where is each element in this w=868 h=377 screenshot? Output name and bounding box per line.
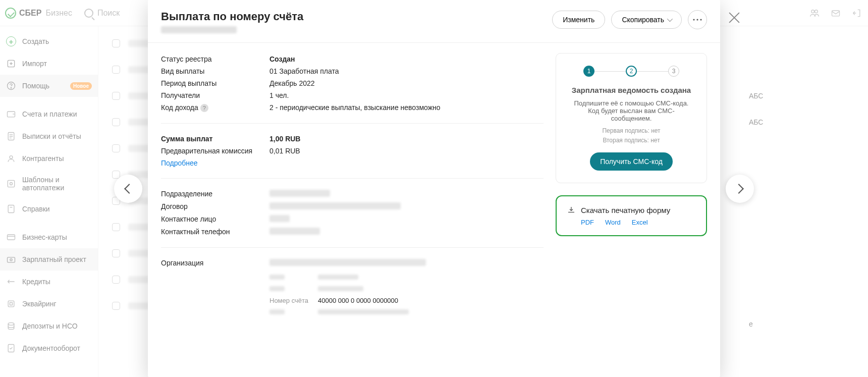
edit-button[interactable]: Изменить (552, 11, 605, 29)
chevron-left-icon (124, 184, 134, 194)
kv-key: Договор (161, 202, 269, 211)
chevron-right-icon (734, 184, 744, 194)
kv-key: Контактное лицо (161, 215, 269, 224)
stepper: 1 2 3 (567, 66, 695, 77)
kv-val-redacted (269, 190, 544, 198)
download-excel[interactable]: Excel (632, 219, 648, 226)
download-word[interactable]: Word (605, 219, 621, 226)
status-card: 1 2 3 Зарплатная ведомость создана Подпи… (556, 53, 707, 183)
kv-key: Код дохода? (161, 103, 269, 112)
status-sign1: Первая подпись: нет (567, 126, 695, 136)
kv-key: Период выплаты (161, 79, 269, 87)
kv-val: 01 Заработная плата (269, 67, 544, 75)
kv-val: 0,01 RUB (269, 147, 544, 155)
get-sms-button[interactable]: Получить СМС-код (590, 152, 673, 171)
download-pdf[interactable]: PDF (581, 219, 594, 226)
kv-key: Получатели (161, 91, 269, 99)
status-sign2: Вторая подпись: нет (567, 136, 695, 145)
kv-key: Организация (161, 259, 269, 267)
copy-label: Скопировать (622, 16, 664, 24)
kv-key: Статус реестра (161, 55, 269, 63)
modal-right: 1 2 3 Зарплатная ведомость создана Подпи… (556, 53, 707, 320)
download-icon (567, 205, 576, 214)
kv-val-redacted (269, 228, 544, 236)
acct-val: 40000 000 0 0000 0000000 (318, 297, 398, 304)
step-3: 3 (668, 66, 679, 77)
svg-point-20 (700, 19, 701, 20)
kv-key: Предварительная комиссия (161, 147, 269, 155)
step-1: 1 (583, 66, 594, 77)
kv-key: Контактный телефон (161, 228, 269, 236)
copy-button[interactable]: Скопировать (611, 11, 682, 29)
svg-point-18 (693, 19, 694, 20)
more-link[interactable]: Подробнее (161, 159, 198, 167)
kv-key: Вид выплаты (161, 67, 269, 75)
close-icon (726, 9, 743, 26)
modal: Выплата по номеру счёта Изменить Скопиро… (148, 0, 720, 377)
kv-val: 1 чел. (269, 91, 544, 99)
status-title: Зарплатная ведомость создана (567, 86, 695, 94)
prev-arrow[interactable] (114, 175, 142, 203)
step-2: 2 (626, 66, 637, 77)
svg-point-19 (696, 19, 698, 20)
kv-val-redacted (269, 215, 544, 224)
modal-header: Выплата по номеру счёта Изменить Скопиро… (148, 0, 720, 43)
status-desc: Подпишите её с помощью СМС-кода. Код буд… (567, 99, 695, 122)
acct-key: Номер счёта (269, 297, 318, 304)
kv-val: 2 - периодические выплаты, взыскание нев… (269, 103, 544, 112)
kv-key: Подразделение (161, 190, 269, 198)
edit-label: Изменить (563, 16, 594, 24)
modal-subtitle-redacted (161, 26, 237, 33)
download-title: Скачать печатную форму (581, 206, 670, 214)
chevron-down-icon (667, 16, 673, 22)
more-button[interactable] (688, 10, 707, 29)
download-card: Скачать печатную форму PDF Word Excel (556, 195, 707, 236)
modal-title: Выплата по номеру счёта (161, 10, 303, 23)
kv-val: Декабрь 2022 (269, 79, 544, 87)
kv-val-redacted (269, 202, 544, 211)
kv-val-redacted (269, 259, 544, 267)
modal-body: Статус реестраСоздан Вид выплаты01 Зараб… (148, 43, 720, 330)
modal-left: Статус реестраСоздан Вид выплаты01 Зараб… (161, 53, 544, 320)
help-tooltip-icon[interactable]: ? (200, 104, 208, 112)
kv-val: 1,00 RUB (269, 135, 544, 143)
close-button[interactable] (726, 9, 743, 26)
kv-val: Создан (269, 55, 544, 63)
kv-key: Сумма выплат (161, 135, 269, 143)
more-icon (693, 19, 702, 21)
next-arrow[interactable] (726, 175, 754, 203)
